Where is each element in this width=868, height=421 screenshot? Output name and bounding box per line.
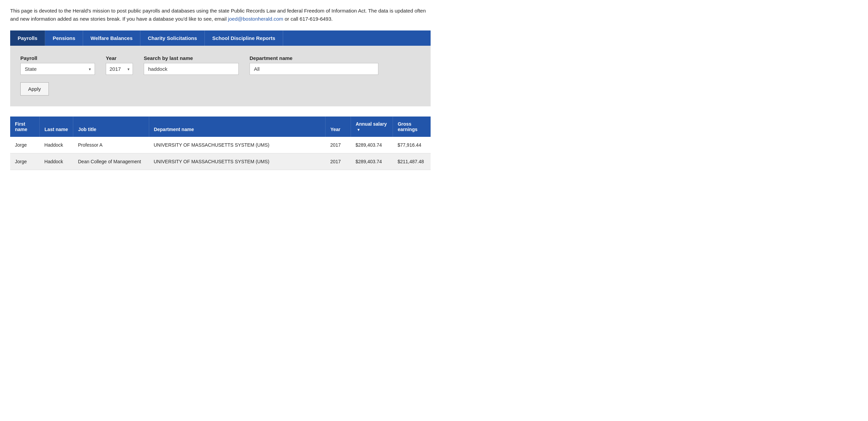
col-header-dept-name: Department name — [149, 117, 326, 137]
intro-text-2: or call 617-619-6493. — [283, 16, 333, 22]
col-header-annual-salary: Annual salary ▼ — [351, 117, 393, 137]
search-label: Search by last name — [144, 55, 239, 61]
nav-tabs: Payrolls Pensions Welfare Balances Chari… — [10, 30, 431, 46]
dept-input[interactable] — [250, 63, 378, 75]
tab-welfare-balances[interactable]: Welfare Balances — [83, 30, 140, 46]
cell-job-title: Dean College of Management — [73, 153, 149, 170]
results-table: First name Last name Job title Departmen… — [10, 117, 431, 170]
year-select[interactable]: 2017 2016 2015 2014 — [106, 63, 133, 75]
apply-button[interactable]: Apply — [20, 82, 49, 96]
payroll-filter-group: Payroll State City County — [20, 55, 95, 75]
cell-gross-earnings: $77,916.44 — [393, 137, 431, 153]
dept-filter-group: Department name — [250, 55, 378, 75]
cell-job-title: Professor A — [73, 137, 149, 153]
search-input[interactable] — [144, 63, 239, 75]
cell-year: 2017 — [326, 137, 351, 153]
payroll-label: Payroll — [20, 55, 95, 61]
tab-pensions[interactable]: Pensions — [45, 30, 83, 46]
tab-school-discipline-reports[interactable]: School Discipline Reports — [205, 30, 283, 46]
table-row: Jorge Haddock Professor A UNIVERSITY OF … — [10, 137, 431, 153]
cell-last-name: Haddock — [40, 153, 73, 170]
col-header-first-name: First name — [10, 117, 40, 137]
cell-annual-salary: $289,403.74 — [351, 153, 393, 170]
search-filter-group: Search by last name — [144, 55, 239, 75]
cell-dept-name: UNIVERSITY OF MASSACHUSETTS SYSTEM (UMS) — [149, 137, 326, 153]
payroll-select-wrapper: State City County — [20, 63, 95, 75]
year-label: Year — [106, 55, 133, 61]
intro-text-1: This page is devoted to the Herald's mis… — [10, 8, 426, 22]
table-row: Jorge Haddock Dean College of Management… — [10, 153, 431, 170]
cell-year: 2017 — [326, 153, 351, 170]
col-header-last-name: Last name — [40, 117, 73, 137]
cell-first-name: Jorge — [10, 153, 40, 170]
dept-label: Department name — [250, 55, 378, 61]
apply-row: Apply — [20, 75, 420, 96]
year-filter-group: Year 2017 2016 2015 2014 — [106, 55, 133, 75]
email-link[interactable]: joed@bostonherald.com — [228, 16, 283, 22]
year-select-wrapper: 2017 2016 2015 2014 — [106, 63, 133, 75]
intro-paragraph: This page is devoted to the Herald's mis… — [10, 7, 431, 23]
tab-payrolls[interactable]: Payrolls — [10, 30, 45, 46]
cell-annual-salary: $289,403.74 — [351, 137, 393, 153]
col-header-year: Year — [326, 117, 351, 137]
cell-dept-name: UNIVERSITY OF MASSACHUSETTS SYSTEM (UMS) — [149, 153, 326, 170]
payroll-select[interactable]: State City County — [20, 63, 95, 75]
table-header-row: First name Last name Job title Departmen… — [10, 117, 431, 137]
col-header-job-title: Job title — [73, 117, 149, 137]
col-header-gross-earnings: Gross earnings — [393, 117, 431, 137]
filter-panel: Payroll State City County Year 2017 2016… — [10, 46, 431, 106]
cell-last-name: Haddock — [40, 137, 73, 153]
filter-row: Payroll State City County Year 2017 2016… — [20, 55, 420, 75]
sort-arrow-salary[interactable]: ▼ — [357, 128, 360, 132]
tab-charity-solicitations[interactable]: Charity Solicitations — [140, 30, 205, 46]
cell-gross-earnings: $211,487.48 — [393, 153, 431, 170]
cell-first-name: Jorge — [10, 137, 40, 153]
